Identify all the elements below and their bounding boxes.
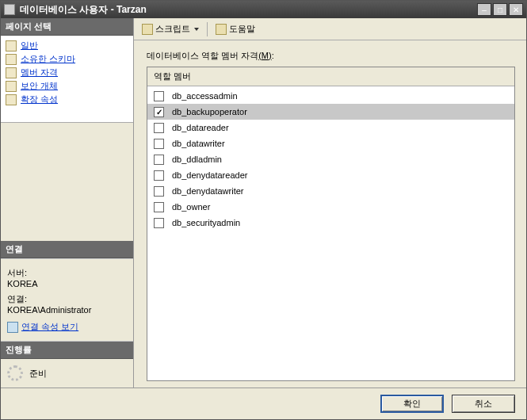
dialog-window: 데이터베이스 사용자 - Tarzan – □ ✕ 페이지 선택 일반 소유한 … (0, 0, 527, 420)
connection-properties-icon (7, 322, 18, 333)
window-title: 데이터베이스 사용자 - Tarzan (20, 3, 477, 17)
role-row[interactable]: db_owner (147, 199, 514, 215)
page-select-header: 페이지 선택 (1, 18, 133, 36)
server-value: KOREA (7, 279, 127, 288)
role-name: db_denydatawriter (172, 186, 244, 196)
close-button[interactable]: ✕ (509, 3, 523, 16)
page-item-label: 확장 속성 (21, 94, 58, 105)
role-row[interactable]: db_denydatareader (147, 167, 514, 183)
chevron-down-icon (194, 28, 199, 31)
page-icon (6, 67, 17, 78)
page-item-label: 멤버 자격 (21, 67, 58, 78)
script-icon (142, 24, 153, 35)
page-icon (6, 81, 17, 92)
role-row[interactable]: db_securityadmin (147, 215, 514, 231)
progress-section: 준비 (1, 359, 133, 388)
connection-value: KOREA\Administrator (7, 305, 127, 315)
script-button[interactable]: 스크립트 (139, 21, 202, 36)
role-row[interactable]: db_denydatawriter (147, 183, 514, 199)
page-item-label: 일반 (21, 40, 38, 52)
progress-header: 진행률 (1, 342, 133, 359)
page-icon (6, 94, 17, 105)
progress-spinner-icon (7, 365, 23, 381)
view-connection-properties[interactable]: 연결 속성 보기 (7, 321, 127, 333)
role-name: db_securityadmin (172, 218, 240, 227)
left-panel: 페이지 선택 일반 소유한 스키마 멤버 자격 보안 개체 (1, 18, 134, 388)
role-name: db_backupoperator (172, 107, 247, 116)
role-checkbox[interactable] (154, 186, 164, 197)
window-controls: – □ ✕ (477, 3, 523, 16)
titlebar: 데이터베이스 사용자 - Tarzan – □ ✕ (1, 1, 526, 18)
maximize-button[interactable]: □ (493, 3, 507, 16)
role-name: db_datawriter (172, 139, 225, 148)
page-icon (6, 40, 17, 52)
connection-header: 연결 (1, 241, 133, 258)
role-row[interactable]: db_datawriter (147, 136, 514, 151)
page-item-label: 소유한 스키마 (21, 53, 75, 65)
script-label: 스크립트 (155, 23, 190, 35)
role-list-box: 역할 멤버 db_accessadmindb_backupoperatordb_… (147, 67, 515, 381)
connection-label: 연결: (7, 293, 127, 305)
role-row[interactable]: db_datareader (147, 120, 514, 136)
role-checkbox[interactable] (154, 155, 164, 165)
help-button[interactable]: 도움말 (212, 21, 258, 36)
content-area: 페이지 선택 일반 소유한 스키마 멤버 자격 보안 개체 (1, 18, 526, 388)
role-name: db_owner (172, 202, 210, 212)
minimize-button[interactable]: – (477, 3, 491, 16)
role-column-header: 역할 멤버 (147, 67, 514, 86)
right-panel: 스크립트 도움말 데이터베이스 역할 멤버 자격(M): 역할 멤버 db_ac… (134, 18, 526, 388)
page-item-owned-schemas[interactable]: 소유한 스키마 (2, 52, 132, 66)
role-name: db_denydatareader (172, 170, 247, 180)
toolbar: 스크립트 도움말 (134, 18, 526, 40)
page-item-extended-properties[interactable]: 확장 속성 (2, 93, 132, 106)
connection-section: 서버: KOREA 연결: KOREA\Administrator 연결 속성 … (1, 258, 133, 342)
cancel-button[interactable]: 취소 (452, 395, 515, 413)
role-name: db_accessadmin (172, 91, 238, 101)
role-row[interactable]: db_ddladmin (147, 151, 514, 167)
help-label: 도움말 (229, 23, 255, 35)
ok-button[interactable]: 확인 (380, 395, 444, 413)
role-checkbox[interactable] (154, 202, 164, 212)
role-checkbox[interactable] (154, 170, 164, 181)
progress-status: 준비 (29, 368, 47, 380)
role-checkbox[interactable] (154, 123, 164, 133)
role-checkbox[interactable] (154, 218, 164, 228)
server-label: 서버: (7, 267, 127, 279)
help-icon (216, 24, 227, 35)
role-checkbox[interactable] (154, 139, 164, 149)
app-icon (4, 4, 15, 15)
page-item-label: 보안 개체 (21, 80, 58, 92)
left-spacer (1, 123, 133, 241)
page-item-general[interactable]: 일반 (2, 39, 132, 52)
role-checkbox[interactable] (154, 91, 164, 101)
role-checkbox[interactable] (154, 107, 164, 117)
role-name: db_datareader (172, 123, 229, 132)
dialog-footer: 확인 취소 (1, 388, 526, 419)
page-item-securables[interactable]: 보안 개체 (2, 79, 132, 93)
toolbar-separator (207, 22, 208, 36)
page-list: 일반 소유한 스키마 멤버 자격 보안 개체 확장 속성 (1, 36, 133, 123)
role-membership-label: 데이터베이스 역할 멤버 자격(M): (147, 50, 515, 62)
role-name: db_ddladmin (172, 155, 222, 164)
page-item-membership[interactable]: 멤버 자격 (2, 66, 132, 79)
main-body: 데이터베이스 역할 멤버 자격(M): 역할 멤버 db_accessadmin… (134, 40, 526, 388)
role-row[interactable]: db_backupoperator (147, 104, 514, 120)
view-connection-label: 연결 속성 보기 (21, 321, 78, 333)
role-row[interactable]: db_accessadmin (147, 88, 514, 104)
page-icon (6, 54, 17, 65)
role-list[interactable]: db_accessadmindb_backupoperatordb_datare… (147, 86, 514, 380)
